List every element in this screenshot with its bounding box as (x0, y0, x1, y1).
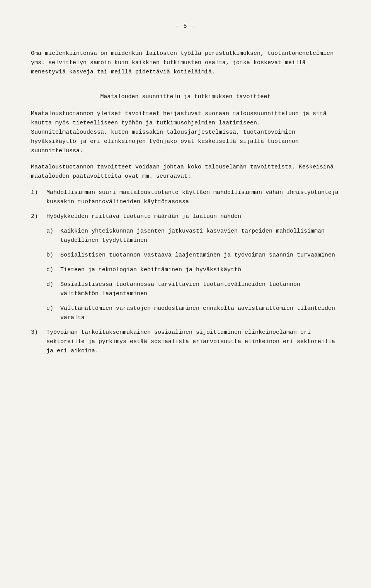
paragraph-3-text: Maataloustuotannon tavoitteet voidaan jo… (31, 164, 334, 180)
sub-list-marker-c: c) (46, 265, 60, 275)
sub-list-text-b: Sosialistisen tuotannon vastaava laajent… (60, 251, 340, 260)
page-content: Oma mielenkiintonsa on muidenkin laitost… (31, 49, 340, 356)
paragraph-1-text: Oma mielenkiintonsa on muidenkin laitost… (31, 50, 334, 75)
list-marker-3: 3) (31, 328, 46, 337)
page-number: - 5 - (31, 23, 340, 30)
list-item-2: 2) Hyödykkeiden riittävä tuotanto määrää… (31, 212, 340, 221)
sub-list-text-c: Tieteen ja teknologian kehittäminen ja h… (60, 265, 340, 275)
section-heading: Maatalouden suunnittelu ja tutkimuksen t… (31, 92, 340, 102)
paragraph-1: Oma mielenkiintonsa on muidenkin laitost… (31, 49, 340, 77)
sub-list-item-b: b) Sosialistisen tuotannon vastaava laaj… (46, 251, 340, 260)
sub-list-marker-a: a) (46, 227, 60, 236)
list-text-1: Mahdollisimman suuri maataloustuotanto k… (46, 188, 340, 207)
main-list: 1) Mahdollisimman suuri maataloustuotant… (31, 188, 340, 356)
sub-list-marker-b: b) (46, 251, 60, 260)
document-page: - 5 - Oma mielenkiintonsa on muidenkin l… (0, 0, 371, 588)
sub-list-item-e: e) Välttämättömien varastojen muodostami… (46, 304, 340, 323)
sub-list-text-a: Kaikkien yhteiskunnan jäsenten jatkuvast… (60, 227, 340, 245)
list-marker-1: 1) (31, 188, 46, 197)
list-marker-2: 2) (31, 212, 46, 221)
list-text-3: Työvoiman tarkoituksenmukainen sosiaalin… (46, 328, 340, 356)
list-item-3: 3) Työvoiman tarkoituksenmukainen sosiaa… (31, 328, 340, 356)
paragraph-2: Maataloustuotannon yleiset tavoitteet he… (31, 109, 340, 156)
sub-list-item-a: a) Kaikkien yhteiskunnan jäsenten jatkuv… (46, 227, 340, 245)
sub-list-marker-e: e) (46, 304, 60, 313)
paragraph-3: Maataloustuotannon tavoitteet voidaan jo… (31, 163, 340, 181)
paragraph-2-text: Maataloustuotannon yleiset tavoitteet he… (31, 110, 327, 154)
sub-list-item-c: c) Tieteen ja teknologian kehittäminen j… (46, 265, 340, 275)
list-text-2: Hyödykkeiden riittävä tuotanto määrään j… (46, 212, 340, 221)
list-item-1: 1) Mahdollisimman suuri maataloustuotant… (31, 188, 340, 207)
sub-list-text-d: Sosialistisessa tuotannossa tarvittavien… (60, 280, 340, 299)
sub-list-marker-d: d) (46, 280, 60, 289)
sub-list-item-d: d) Sosialistisessa tuotannossa tarvittav… (46, 280, 340, 299)
sub-list-text-e: Välttämättömien varastojen muodostaminen… (60, 304, 340, 323)
